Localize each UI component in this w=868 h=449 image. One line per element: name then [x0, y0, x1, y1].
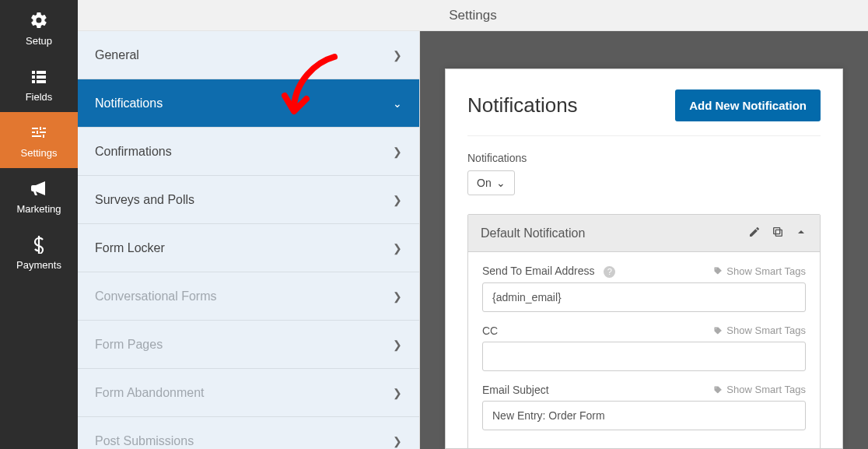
show-smart-tags-link[interactable]: Show Smart Tags: [713, 265, 806, 277]
sidebar-item-settings[interactable]: Settings: [0, 112, 78, 168]
sidebar-item-label: Settings: [21, 147, 58, 159]
show-smart-tags-link[interactable]: Show Smart Tags: [713, 324, 806, 336]
sidebar-item-label: Setup: [26, 35, 52, 47]
chevron-right-icon: ❯: [393, 194, 402, 206]
notifications-panel: Notifications Add New Notification Notif…: [445, 68, 843, 449]
list-icon: [29, 66, 49, 86]
settings-row-label: Form Abandonment: [95, 386, 205, 400]
panel-title: Notifications: [467, 93, 578, 118]
chevron-right-icon: ❯: [393, 339, 402, 351]
sidebar-item-label: Marketing: [16, 203, 61, 215]
chevron-right-icon: ❯: [393, 242, 402, 254]
settings-row-confirmations[interactable]: Confirmations ❯: [78, 128, 419, 176]
add-notification-button[interactable]: Add New Notification: [675, 89, 821, 121]
sidebar-item-label: Payments: [16, 259, 61, 271]
settings-row-label: General: [95, 48, 139, 62]
bullhorn-icon: [29, 178, 49, 198]
settings-list: General ❯ Notifications ⌄ Confirmations …: [78, 31, 420, 449]
topbar: Settings: [78, 0, 868, 31]
duplicate-icon[interactable]: [772, 226, 784, 240]
sidebar: Setup Fields Settings Marketing Payments: [0, 0, 78, 449]
svg-rect-1: [774, 228, 780, 234]
send-to-input[interactable]: [482, 282, 806, 312]
sliders-icon: [29, 122, 49, 142]
chevron-right-icon: ❯: [393, 290, 402, 303]
settings-row-general[interactable]: General ❯: [78, 31, 419, 79]
content-area: Notifications Add New Notification Notif…: [420, 31, 868, 449]
notifications-toggle-select[interactable]: On ⌄: [467, 170, 515, 195]
sidebar-item-marketing[interactable]: Marketing: [0, 168, 78, 224]
show-smart-tags-link[interactable]: Show Smart Tags: [713, 384, 806, 395]
settings-row-label: Confirmations: [95, 145, 172, 159]
settings-row-post-submissions[interactable]: Post Submissions ❯: [78, 417, 419, 449]
sidebar-item-setup[interactable]: Setup: [0, 0, 78, 56]
settings-row-label: Form Pages: [95, 338, 163, 352]
settings-row-abandonment[interactable]: Form Abandonment ❯: [78, 369, 419, 417]
chevron-right-icon: ❯: [393, 146, 402, 158]
settings-row-label: Notifications: [95, 96, 163, 110]
sidebar-item-label: Fields: [26, 91, 53, 103]
settings-row-surveys[interactable]: Surveys and Polls ❯: [78, 176, 419, 224]
settings-row-label: Conversational Forms: [95, 289, 217, 303]
settings-row-label: Surveys and Polls: [95, 193, 194, 207]
help-icon[interactable]: ?: [604, 266, 615, 278]
notifications-section-label: Notifications: [467, 152, 821, 164]
cc-label: CC: [482, 324, 498, 337]
settings-row-notifications[interactable]: Notifications ⌄: [78, 79, 419, 128]
settings-row-form-pages[interactable]: Form Pages ❯: [78, 321, 419, 369]
subject-input[interactable]: [482, 401, 806, 430]
sidebar-item-payments[interactable]: Payments: [0, 224, 78, 280]
card-title: Default Notification: [481, 226, 585, 240]
chevron-down-icon: ⌄: [496, 177, 506, 189]
sidebar-item-fields[interactable]: Fields: [0, 56, 78, 112]
collapse-icon[interactable]: [795, 226, 807, 240]
edit-icon[interactable]: [748, 226, 761, 240]
settings-row-form-locker[interactable]: Form Locker ❯: [78, 224, 419, 272]
dollar-icon: [29, 234, 49, 254]
subject-label: Email Subject: [482, 384, 549, 396]
chevron-right-icon: ❯: [393, 387, 402, 399]
svg-rect-0: [775, 230, 782, 236]
settings-row-label: Post Submissions: [95, 434, 194, 448]
page-title: Settings: [449, 8, 496, 23]
cc-input[interactable]: [482, 342, 806, 371]
send-to-label: Send To Email Address ?: [482, 265, 615, 278]
chevron-down-icon: ⌄: [393, 97, 402, 110]
settings-row-conversational[interactable]: Conversational Forms ❯: [78, 272, 419, 321]
gear-icon: [29, 10, 49, 30]
chevron-right-icon: ❯: [393, 435, 402, 447]
chevron-right-icon: ❯: [393, 49, 402, 61]
select-value: On: [477, 177, 492, 189]
notification-card: Default Notification: [467, 214, 821, 449]
settings-row-label: Form Locker: [95, 241, 165, 255]
